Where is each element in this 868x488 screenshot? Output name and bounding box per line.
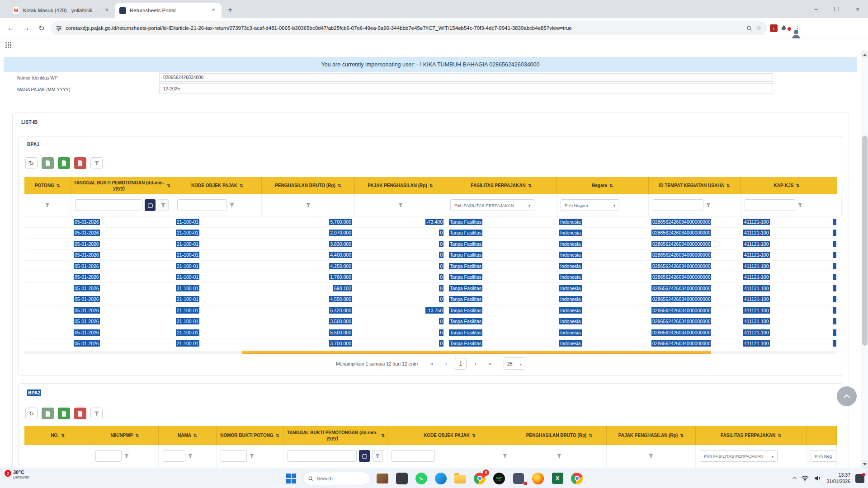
column-header[interactable]: PENGHASILAN BRUTO (Rp)	[512, 426, 607, 445]
refresh-button[interactable]	[25, 157, 38, 169]
funnel-icon[interactable]	[249, 453, 255, 459]
download-extension-icon[interactable]	[770, 24, 778, 32]
refresh-button[interactable]	[25, 408, 38, 419]
export-excel-button[interactable]	[58, 408, 70, 419]
notification-center-icon[interactable]	[855, 474, 864, 483]
sort-icon[interactable]	[61, 433, 65, 439]
kode-filter-input[interactable]	[392, 450, 435, 462]
tanggal-filter-input[interactable]	[288, 450, 357, 462]
negara-filter-dropdown[interactable]: Pilih Negara	[561, 199, 619, 211]
sort-icon[interactable]	[796, 183, 799, 189]
export-excel-button[interactable]	[58, 157, 70, 169]
column-header[interactable]: KODE OBJEK PAJAK	[387, 426, 512, 445]
column-header[interactable]: TANGGAL BUKTI PEMOTONGAN (dd-mm-yyyy)	[71, 177, 173, 194]
table-row[interactable]: 05-01-2026 21-100-01 3.700.000 0 Tanpa F…	[24, 338, 837, 350]
tanggal-filter-button[interactable]	[372, 450, 383, 462]
table-row[interactable]: 05-01-2026 21-100-01 5.700.000 -73.400 T…	[24, 216, 837, 228]
funnel-icon[interactable]	[648, 453, 654, 459]
close-window-button[interactable]	[847, 0, 868, 18]
sort-icon[interactable]	[609, 183, 613, 189]
sort-icon[interactable]	[193, 433, 197, 439]
funnel-icon[interactable]	[557, 453, 562, 459]
export-csv-button[interactable]	[42, 408, 54, 419]
vertical-scrollbar-thumb[interactable]	[862, 136, 868, 346]
address-bar[interactable]: coretaxdjp.pajak.go.id/returnsheets-port…	[51, 21, 767, 35]
taskbar-file-explorer[interactable]	[453, 471, 468, 486]
horizontal-scrollbar-thumb[interactable]	[242, 351, 711, 354]
sort-icon[interactable]	[136, 433, 139, 439]
funnel-icon[interactable]	[502, 453, 508, 459]
column-header[interactable]: FASILITAS PERPAJAKAN	[446, 177, 557, 194]
current-page-button[interactable]: 1	[455, 358, 467, 370]
nomor-bukti-filter-input[interactable]	[221, 450, 247, 462]
funnel-icon[interactable]	[45, 202, 50, 208]
taskbar-app-dark[interactable]	[394, 471, 410, 486]
extensions-icon[interactable]	[780, 24, 788, 32]
weather-widget[interactable]: 2 30°C Berawan	[5, 469, 29, 479]
sort-icon[interactable]	[338, 183, 341, 189]
table-row[interactable]: 05-01-2026 21-100-01 4.400.000 0 Tanpa F…	[24, 250, 837, 261]
vertical-scrollbar[interactable]	[861, 51, 868, 468]
wifi-icon[interactable]	[801, 475, 809, 481]
start-button[interactable]	[283, 471, 299, 486]
column-header[interactable]: NAMA	[159, 426, 217, 445]
first-page-button[interactable]: «	[426, 358, 438, 370]
sort-icon[interactable]	[57, 183, 60, 189]
search-highlight-button[interactable]	[375, 471, 390, 486]
column-header[interactable]: TANGGAL BUKTI PEMOTONGAN (dd-mm-yyyy)	[283, 426, 387, 445]
tab-kotak-masuk[interactable]: Kotak Masuk (478) - yollafricilia...	[8, 3, 115, 18]
sort-icon[interactable]	[726, 183, 730, 189]
column-header[interactable]: PAJAK PENGHASILAN (Rp)	[355, 177, 446, 194]
apps-grid-icon[interactable]	[5, 42, 11, 48]
table-row[interactable]: 05-01-2026 21-100-01 3.500.000 0 Tanpa F…	[24, 316, 837, 328]
column-header[interactable]: PAJAK PENGHASILAN (Rp)	[607, 426, 696, 445]
taskbar-edge[interactable]	[433, 471, 448, 486]
tab-returnsheets-portal[interactable]: Returnsheets Portal	[115, 3, 222, 18]
funnel-icon[interactable]	[124, 453, 129, 459]
taskbar-excel[interactable]	[550, 471, 565, 486]
column-header[interactable]: NO.	[24, 426, 91, 445]
volume-icon[interactable]	[814, 475, 821, 481]
funnel-icon[interactable]	[306, 202, 311, 208]
site-info-icon[interactable]	[56, 25, 62, 31]
next-page-button[interactable]: ›	[469, 358, 481, 370]
table-row[interactable]: 05-01-2026 21-100-01 4.550.000 0 Tanpa F…	[24, 294, 837, 305]
tanggal-filter-input[interactable]	[75, 199, 142, 211]
sort-icon[interactable]	[381, 433, 385, 439]
scrollbar-down-arrow[interactable]	[861, 460, 868, 468]
funnel-icon[interactable]	[706, 202, 711, 208]
table-row[interactable]: 05-01-2026 21-100-01 4.250.000 0 Tanpa F…	[24, 261, 837, 272]
reload-button[interactable]	[35, 22, 48, 34]
negara-filter-dropdown[interactable]: Pilih Neg	[811, 450, 836, 462]
taskbar-phone-link[interactable]	[511, 471, 526, 486]
fasilitas-filter-dropdown[interactable]: Pilih FASILITAS PERPAJAKAN	[700, 450, 778, 462]
prev-page-button[interactable]: ‹	[440, 358, 452, 370]
nomor-identitas-field[interactable]: 0286562426034000	[159, 73, 773, 82]
kode-filter-input[interactable]	[177, 199, 227, 211]
table-row[interactable]: 05-01-2026 21-100-01 2.070.000 0 Tanpa F…	[24, 228, 837, 239]
sort-icon[interactable]	[472, 433, 476, 439]
column-header[interactable]: ID TEMPAT KEGIATAN USAHA	[649, 177, 741, 194]
tanggal-filter-button[interactable]	[158, 199, 169, 211]
sort-icon[interactable]	[589, 433, 592, 439]
sort-icon[interactable]	[528, 183, 532, 189]
table-row[interactable]: 05-01-2026 21-100-01 1.760.000 0 Tanpa F…	[24, 272, 837, 283]
scrollbar-up-arrow[interactable]	[861, 51, 868, 58]
url-text[interactable]: coretaxdjp.pajak.go.id/returnsheets-port…	[66, 25, 743, 31]
taskbar-chrome-secondary[interactable]	[569, 471, 585, 486]
column-header[interactable]: FASILITAS PERPAJAKAN	[696, 426, 807, 445]
column-header[interactable]: NOMOR BUKTI POTONG	[217, 426, 283, 445]
export-csv-button[interactable]	[42, 157, 54, 169]
column-header[interactable]: KAP-KJS	[741, 177, 833, 194]
fasilitas-filter-dropdown[interactable]: Pilih FASILITAS PERPAJAKAN	[450, 199, 534, 211]
column-header[interactable]: NIK/NPWP	[91, 426, 159, 445]
scroll-to-top-button[interactable]	[837, 386, 857, 406]
sort-icon[interactable]	[240, 183, 243, 189]
taskbar-clock[interactable]: 13:37 31/01/2026	[826, 472, 850, 484]
sort-icon[interactable]	[429, 183, 433, 189]
sort-icon[interactable]	[778, 433, 781, 439]
tray-chevron-up-icon[interactable]	[793, 477, 797, 481]
funnel-icon[interactable]	[797, 202, 803, 208]
date-picker-button[interactable]	[359, 450, 370, 462]
funnel-icon[interactable]	[398, 202, 403, 208]
